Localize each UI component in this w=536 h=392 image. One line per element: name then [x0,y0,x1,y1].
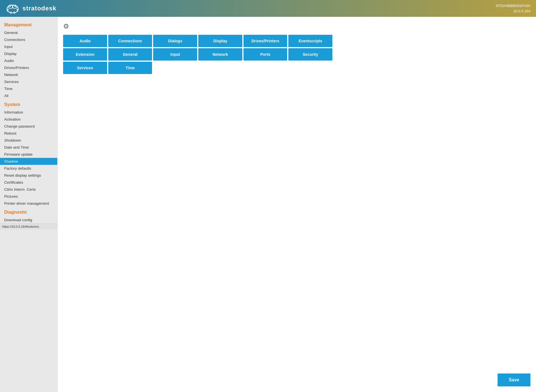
management-section-title: Management [0,20,57,29]
save-button[interactable]: Save [498,373,530,386]
btn-general[interactable]: General [108,48,152,61]
sidebar-item-display[interactable]: Display [0,50,57,57]
btn-security[interactable]: Security [288,48,332,61]
svg-line-8 [14,12,15,13]
sidebar-item-citrix-interm-certs[interactable]: Citrix Interm. Certs [0,186,57,193]
sidebar-item-shutdown[interactable]: Shutdown [0,137,57,144]
main-layout: Management General Connections Input Dis… [0,17,536,392]
sidebar-url: https://10.0.0.164/tools/vnc [0,223,57,229]
device-info: NTDA4BB6D91FA3A 10.0.0.164 [496,3,530,14]
gear-icon: ⚙ [63,22,530,30]
btn-audio[interactable]: Audio [63,35,107,47]
sidebar-item-services[interactable]: Services [0,78,57,85]
sidebar-item-audio[interactable]: Audio [0,57,57,64]
sidebar-item-pictures[interactable]: Pictures [0,193,57,200]
btn-eventscripts[interactable]: Eventscripts [288,35,332,47]
sidebar-item-printer-driver-management[interactable]: Printer driver management [0,200,57,207]
sidebar-item-date-and-time[interactable]: Date and Time [0,144,57,151]
sidebar-item-firmware-update[interactable]: Firmware update [0,151,57,158]
device-id: NTDA4BB6D91FA3A [496,4,530,8]
btn-services[interactable]: Services [63,62,107,74]
sidebar: Management General Connections Input Dis… [0,17,57,392]
diagnostic-section-title: Diagnostic [0,207,57,216]
content-area: ⚙ Audio Connections Dialogs Display Driv… [57,17,536,392]
sidebar-item-shadow[interactable]: Shadow [0,158,57,165]
sidebar-item-activation[interactable]: Activation [0,116,57,123]
sidebar-item-reset-display-settings[interactable]: Reset display settings [0,172,57,179]
sidebar-item-time[interactable]: Time [0,85,57,92]
sidebar-item-all[interactable]: All [0,92,57,99]
sidebar-item-network[interactable]: Network [0,71,57,78]
sidebar-item-download-config[interactable]: Download config [0,216,57,223]
sidebar-item-information[interactable]: Information [0,109,57,116]
btn-connections[interactable]: Connections [108,35,152,47]
svg-point-4 [15,6,16,7]
header: stratodesk NTDA4BB6D91FA3A 10.0.0.164 [0,0,536,17]
btn-dialogs[interactable]: Dialogs [153,35,197,47]
sidebar-item-certificates[interactable]: Certificates [0,179,57,186]
svg-point-3 [10,6,11,7]
btn-network[interactable]: Network [198,48,242,61]
sidebar-item-reboot[interactable]: Reboot [0,130,57,137]
sidebar-item-connections[interactable]: Connections [0,36,57,43]
btn-drives-printers[interactable]: Drives/Printers [243,35,287,47]
sidebar-item-drives-printers[interactable]: Drives/Printers [0,64,57,71]
btn-time[interactable]: Time [108,62,152,74]
button-grid: Audio Connections Dialogs Display Drives… [63,35,332,74]
sidebar-item-input[interactable]: Input [0,43,57,50]
system-section-title: System [0,99,57,109]
btn-display[interactable]: Display [198,35,242,47]
device-ip: 10.0.0.164 [513,9,530,13]
sidebar-item-general[interactable]: General [0,29,57,36]
sidebar-item-factory-defaults[interactable]: Factory defaults [0,165,57,172]
btn-input[interactable]: Input [153,48,197,61]
logo-text: stratodesk [22,5,56,12]
sidebar-item-change-password[interactable]: Change password [0,123,57,130]
logo-icon [6,3,20,14]
svg-line-7 [11,12,11,13]
btn-ports[interactable]: Ports [243,48,287,61]
btn-extension[interactable]: Extension [63,48,107,61]
logo: stratodesk [6,3,56,14]
